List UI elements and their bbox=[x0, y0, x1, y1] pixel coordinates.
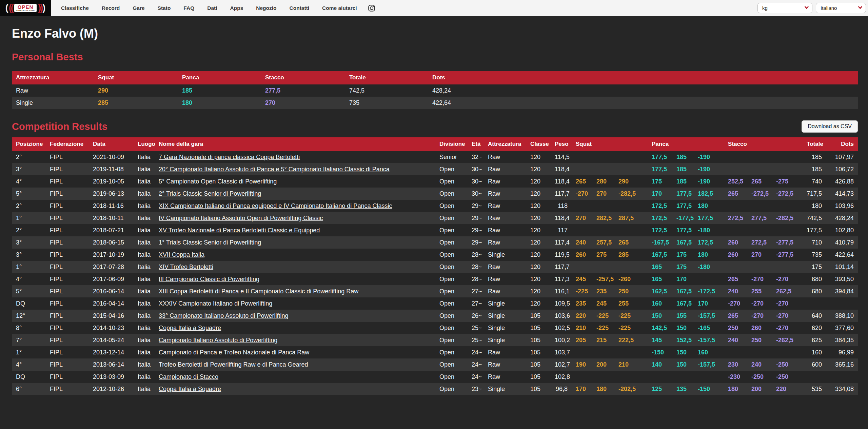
nav-item-dati[interactable]: Dati bbox=[207, 5, 217, 11]
meet-link[interactable]: XIII Coppa Bertoletti di Panca e II Camp… bbox=[159, 288, 358, 295]
meet-link[interactable]: 5° Campionato Open Classic di Powerlifti… bbox=[159, 178, 277, 185]
pb-squat: 285 bbox=[94, 97, 178, 109]
meet-link[interactable]: 2° Trials Classic Senior di Powerlifting bbox=[159, 190, 261, 197]
nav-item-stato[interactable]: Stato bbox=[158, 5, 171, 11]
cell-totale: 535 bbox=[803, 383, 826, 395]
instagram-icon[interactable] bbox=[368, 4, 375, 12]
logo-right-plate-icon: ) bbox=[42, 3, 45, 13]
cell-panca-1: 172,5 bbox=[648, 212, 672, 224]
cell-totale: 710 bbox=[803, 236, 826, 249]
cell-stacco-1 bbox=[724, 261, 747, 273]
cell-data: 2019-10-05 bbox=[89, 175, 134, 188]
cell-stacco-2: -250 bbox=[747, 371, 772, 383]
cell-totale: 717,5 bbox=[803, 188, 826, 200]
openpowerlifting-logo[interactable]: ( (( OPEN POWERLIFTING )) ) bbox=[0, 0, 51, 16]
meet-link[interactable]: Campionato di Panca e Trofeo Nazionale d… bbox=[159, 349, 309, 356]
cell-federazione: FIPL bbox=[46, 285, 89, 297]
cell-eta: 27~ bbox=[468, 285, 484, 297]
cell-eta: 25~ bbox=[468, 322, 484, 334]
nav-item-record[interactable]: Record bbox=[102, 5, 120, 11]
meet-link[interactable]: Coppa Italia a Squadre bbox=[159, 386, 221, 392]
cell-eta: 30~ bbox=[468, 188, 484, 200]
cell-squat-1 bbox=[572, 371, 592, 383]
cell-data: 2013-12-14 bbox=[89, 346, 134, 358]
meet-link[interactable]: 33° Campionato Italiano Assoluto di Powe… bbox=[159, 312, 288, 319]
meet-link[interactable]: 20° Campionato Italiano Assoluto di Panc… bbox=[159, 166, 390, 173]
cell-stacco-1: 265 bbox=[724, 273, 747, 285]
cell-eta: 24~ bbox=[468, 346, 484, 358]
competition-result-row: DQFIPL2013-03-09ItaliaCampionato di Stac… bbox=[12, 371, 858, 383]
cell-attrezzatura: Raw bbox=[484, 371, 526, 383]
nav-item-negozio[interactable]: Negozio bbox=[256, 5, 276, 11]
cell-panca-3: 180 bbox=[694, 249, 724, 261]
cell-panca-1: 160 bbox=[648, 297, 672, 310]
cell-divisione: Open bbox=[435, 297, 468, 310]
cell-panca-1: 172,5 bbox=[648, 224, 672, 236]
cell-stacco-3: -275 bbox=[772, 175, 803, 188]
comp-col-posizione: Posizione bbox=[12, 137, 46, 151]
cell-panca-2: 185 bbox=[672, 163, 694, 175]
pb-col-dots: Dots bbox=[428, 71, 858, 84]
nav-item-come-aiutarci[interactable]: Come aiutarci bbox=[322, 5, 357, 11]
meet-link[interactable]: Trofeo Bertoletti di Powerlifting Raw e … bbox=[159, 361, 308, 368]
cell-squat-1: 170 bbox=[572, 383, 592, 395]
meet-link[interactable]: Campionato Italiano Assoluto di Powerlif… bbox=[159, 337, 277, 344]
cell-federazione: FIPL bbox=[46, 163, 89, 175]
meet-link[interactable]: XIV Trofeo Bertoletti bbox=[159, 264, 213, 270]
comp-col-squat: Squat bbox=[572, 137, 648, 151]
comp-col-peso: Peso bbox=[551, 137, 572, 151]
cell-attrezzatura: Raw bbox=[484, 346, 526, 358]
meet-link[interactable]: Coppa Italia a Squadre bbox=[159, 325, 221, 331]
cell-posizione: 4° bbox=[12, 273, 46, 285]
cell-panca-1: 172,5 bbox=[648, 200, 672, 212]
cell-totale bbox=[803, 371, 826, 383]
cell-stacco-3 bbox=[772, 224, 803, 236]
cell-stacco-2: -270 bbox=[747, 310, 772, 322]
competition-result-row: 2°FIPL2018-11-16ItaliaXIX Campionato Ita… bbox=[12, 200, 858, 212]
nav-item-faq[interactable]: FAQ bbox=[183, 5, 194, 11]
meet-link[interactable]: XV Trofeo Nazionale di Panca Bertoletti … bbox=[159, 227, 320, 234]
nav-item-classifiche[interactable]: Classifiche bbox=[61, 5, 89, 11]
cell-classe: 120 bbox=[526, 224, 551, 236]
meet-link[interactable]: Campionato di Stacco bbox=[159, 373, 218, 380]
nav-item-contatti[interactable]: Contatti bbox=[290, 5, 310, 11]
competition-result-row: 5°FIPL2019-06-13Italia2° Trials Classic … bbox=[12, 188, 858, 200]
cell-divisione: Open bbox=[435, 163, 468, 175]
cell-stacco-2: 277,5 bbox=[747, 212, 772, 224]
nav-item-apps[interactable]: Apps bbox=[230, 5, 243, 11]
language-select[interactable]: Italiano bbox=[816, 3, 866, 13]
cell-squat-1: 235 bbox=[572, 297, 592, 310]
cell-luogo: Italia bbox=[134, 346, 155, 358]
cell-squat-3: -260 bbox=[614, 273, 648, 285]
cell-panca-3: -180 bbox=[694, 224, 724, 236]
cell-luogo: Italia bbox=[134, 188, 155, 200]
cell-squat-2 bbox=[592, 224, 614, 236]
meet-link[interactable]: 7 Gara Nazionale di panca classica Coppa… bbox=[159, 154, 300, 160]
cell-classe: 105 bbox=[526, 310, 551, 322]
meet-link[interactable]: XIX Campionato Italiano di Panca equippe… bbox=[159, 202, 392, 209]
meet-link[interactable]: XXXIV Campionato Italiano di Powerliftin… bbox=[159, 300, 272, 307]
cell-federazione: FIPL bbox=[46, 358, 89, 371]
cell-attrezzatura: Single bbox=[484, 383, 526, 395]
cell-nome-gara: XXXIV Campionato Italiano di Powerliftin… bbox=[155, 297, 435, 310]
cell-dots: 414,73 bbox=[826, 188, 858, 200]
cell-squat-3 bbox=[614, 200, 648, 212]
logo-right-plates-icon: )) bbox=[38, 3, 42, 13]
cell-dots: 426,88 bbox=[826, 175, 858, 188]
cell-luogo: Italia bbox=[134, 249, 155, 261]
cell-attrezzatura: Single bbox=[484, 310, 526, 322]
meet-link[interactable]: XVII Coppa Italia bbox=[159, 251, 204, 258]
cell-stacco-3: -272,5 bbox=[772, 188, 803, 200]
cell-stacco-3 bbox=[772, 163, 803, 175]
nav-item-gare[interactable]: Gare bbox=[133, 5, 144, 11]
cell-squat-2: 180 bbox=[592, 383, 614, 395]
meet-link[interactable]: 1° Trials Classic Senior di Powerlifting bbox=[159, 239, 261, 246]
unit-select[interactable]: kg bbox=[757, 3, 812, 13]
meet-link[interactable]: III Campionato Classic di Powerlifting bbox=[159, 276, 259, 282]
cell-stacco-1: 230 bbox=[724, 358, 747, 371]
cell-divisione: Open bbox=[435, 224, 468, 236]
download-csv-button[interactable]: Download as CSV bbox=[802, 120, 858, 133]
meet-link[interactable]: IV Campionato Italiano Assoluto Open di … bbox=[159, 215, 323, 221]
cell-classe: 120 bbox=[526, 175, 551, 188]
cell-divisione: Open bbox=[435, 249, 468, 261]
